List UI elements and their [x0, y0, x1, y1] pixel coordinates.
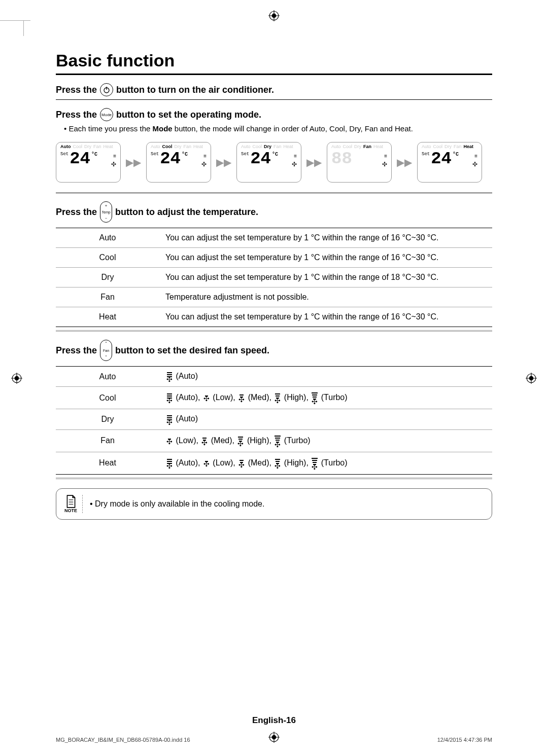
fan-speed-auto-icon: ✣	[166, 393, 173, 403]
step-temp: Press the ＋ Temp － button to adjust the …	[56, 201, 492, 223]
fan-table: Auto✣ (Auto)Cool✣ (Auto), ✣ (Low), ✣ (Me…	[56, 366, 492, 475]
fan-speed-label: (Turbo)	[282, 436, 310, 444]
fan-speed-label: (Low)	[211, 458, 233, 466]
fan-speed-low-icon: ✣	[203, 460, 210, 466]
temp-label: Temp	[101, 210, 110, 214]
step-temp-pre: Press the	[56, 207, 97, 218]
fan-speed-label: (High)	[282, 458, 306, 466]
desc-cell: You can adjust the set temperature by 1 …	[159, 248, 492, 268]
arrow-icon: ▶▶	[216, 156, 231, 168]
fan-speed-med-icon: ✣	[238, 459, 245, 467]
table-row: Fan✣ (Low), ✣ (Med), ✣ (High), ✣ (Turbo)	[56, 429, 492, 452]
fan-speed-label: (Turbo)	[319, 393, 347, 402]
step-temp-post: button to adjust the temperature.	[115, 207, 258, 218]
fan-speed-turbo-icon: ✣	[312, 392, 318, 404]
arrow-icon: ▶▶	[397, 156, 412, 168]
note-text: • Dry mode is only available in the cool…	[90, 499, 264, 509]
registration-mark-top	[268, 10, 280, 21]
double-divider	[56, 478, 492, 479]
step-mode: Press the Mode button to set the operati…	[56, 108, 492, 121]
desc-cell: You can adjust the set temperature by 1 …	[159, 228, 492, 248]
fan-speed-label: (Auto)	[174, 414, 198, 423]
mode-cell: Heat	[56, 452, 159, 474]
registration-mark-left	[11, 373, 22, 384]
fan-speeds-cell: ✣ (Auto)	[159, 367, 492, 387]
note-box: NOTE • Dry mode is only available in the…	[56, 488, 492, 520]
display-heat: AutoCoolDryFanHeatSet24°C≡✣	[417, 142, 482, 183]
fan-label: Fan	[103, 349, 109, 352]
fan-speed-auto-icon: ✣	[166, 415, 173, 424]
table-row: CoolYou can adjust the set temperature b…	[56, 248, 492, 268]
fan-speed-med-icon: ✣	[238, 394, 245, 402]
fan-speeds-cell: ✣ (Auto), ✣ (Low), ✣ (Med), ✣ (High), ✣ …	[159, 387, 492, 409]
step-power-post: button to turn on the air conditioner.	[116, 85, 274, 95]
page-title: Basic function	[56, 51, 492, 75]
fan-speed-auto-icon: ✣	[166, 372, 173, 381]
mode-bullet: Each time you press the Mode button, the…	[64, 124, 492, 133]
step-mode-post: button to set the operating mode.	[116, 110, 261, 120]
table-row: DryYou can adjust the set temperature by…	[56, 268, 492, 287]
fan-speed-label: (Auto)	[174, 372, 198, 380]
step-fan-post: button to set the desired fan speed.	[115, 345, 269, 356]
display-fan: AutoCoolDryFanHeat88≡✣	[327, 142, 392, 183]
step-power: Press the button to turn on the air cond…	[56, 83, 492, 96]
mode-cell: Fan	[56, 429, 159, 452]
desc-cell: You can adjust the set temperature by 1 …	[159, 307, 492, 327]
trim-corner	[0, 20, 30, 51]
arrow-icon: ▶▶	[306, 156, 322, 168]
fan-speed-turbo-icon: ✣	[275, 435, 281, 447]
table-row: Dry✣ (Auto)	[56, 409, 492, 429]
double-divider	[56, 330, 492, 332]
fan-speed-high-icon: ✣	[275, 393, 281, 403]
page-footer: English-16	[0, 715, 548, 726]
fan-speed-high-icon: ✣	[237, 436, 244, 446]
table-row: FanTemperature adjustment is not possibl…	[56, 287, 492, 307]
display-cool: AutoCoolDryFanHeatSet24°C≡✣	[146, 142, 211, 183]
print-timestamp: 12/4/2015 4:47:36 PM	[437, 737, 492, 743]
mode-bullet-a: Each time you press the	[68, 124, 152, 133]
table-row: Cool✣ (Auto), ✣ (Low), ✣ (Med), ✣ (High)…	[56, 387, 492, 409]
table-row: HeatYou can adjust the set temperature b…	[56, 307, 492, 327]
divider	[56, 99, 492, 100]
svg-point-7	[529, 376, 534, 380]
step-fan: Press the ˄ Fan ˅ button to set the desi…	[56, 340, 492, 361]
temp-plus-icon: ＋	[104, 203, 108, 208]
registration-mark-right	[526, 373, 537, 384]
table-row: AutoYou can adjust the set temperature b…	[56, 228, 492, 248]
svg-point-1	[272, 14, 277, 18]
mode-cell: Dry	[56, 409, 159, 429]
step-fan-pre: Press the	[56, 345, 97, 356]
fan-speed-high-icon: ✣	[275, 458, 281, 468]
mode-button-icon: Mode	[100, 108, 113, 121]
fan-speed-auto-icon: ✣	[166, 458, 173, 468]
note-text-content: Dry mode is only available in the coolin…	[95, 499, 264, 508]
registration-mark-bottom	[268, 732, 280, 743]
fan-speed-label: (High)	[282, 393, 306, 402]
desc-cell: You can adjust the set temperature by 1 …	[159, 268, 492, 287]
arrow-icon: ▶▶	[126, 156, 141, 168]
mode-cell: Cool	[56, 387, 159, 409]
fan-button-icon: ˄ Fan ˅	[100, 340, 112, 361]
mode-cell: Fan	[56, 287, 159, 307]
print-path: MG_BORACAY_IB&IM_EN_DB68-05789A-00.indd …	[56, 737, 190, 743]
mode-bullet-b: Mode	[153, 124, 173, 133]
note-icon: NOTE	[64, 495, 83, 513]
fan-speeds-cell: ✣ (Auto), ✣ (Low), ✣ (Med), ✣ (High), ✣ …	[159, 452, 492, 474]
svg-point-3	[272, 735, 277, 740]
mode-display-row: AutoCoolDryFanHeatSet24°C≡✣▶▶AutoCoolDry…	[56, 142, 492, 183]
step-mode-pre: Press the	[56, 110, 97, 120]
fan-speed-turbo-icon: ✣	[312, 457, 318, 469]
fan-speed-label: (Med)	[246, 393, 269, 402]
temp-minus-icon: －	[104, 215, 108, 221]
power-icon	[100, 83, 113, 96]
fan-speed-label: (Med)	[246, 458, 269, 466]
mode-cell: Dry	[56, 268, 159, 287]
display-auto: AutoCoolDryFanHeatSet24°C≡✣	[56, 142, 121, 183]
mode-cell: Heat	[56, 307, 159, 327]
mode-bullet-c: button, the mode will change in order of…	[173, 124, 413, 133]
note-label: NOTE	[64, 508, 77, 513]
svg-point-5	[15, 376, 19, 380]
fan-speed-low-icon: ✣	[166, 438, 173, 444]
fan-speed-label: (Auto)	[174, 458, 198, 466]
fan-speeds-cell: ✣ (Auto)	[159, 409, 492, 429]
